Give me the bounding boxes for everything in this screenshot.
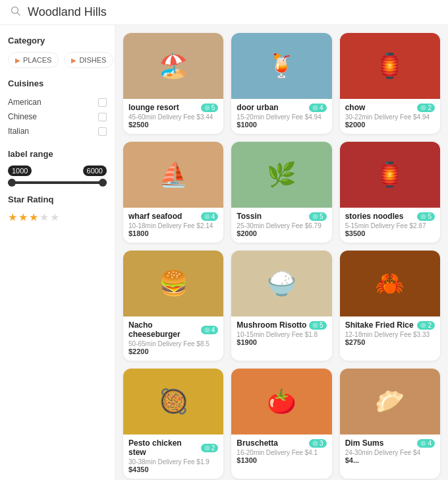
range-thumb-right[interactable] — [99, 179, 107, 187]
card-image: 🍹 — [231, 33, 331, 99]
cuisine-american-label: American — [8, 98, 42, 107]
cuisine-italian-label: Italian — [8, 127, 29, 136]
stars[interactable]: ★ ★ ★ ★ ★ — [8, 211, 107, 224]
card-image: 🍔 — [123, 251, 223, 316]
star-3[interactable]: ★ — [29, 211, 38, 224]
card-body: Shitake Fried Rice 212-18min Delivery Fe… — [340, 316, 440, 351]
card-meta: 24-30min Delivery Fee $4 — [345, 449, 435, 456]
svg-line-1 — [18, 13, 20, 15]
category-buttons: ▶ PLACES ▶ DISHES — [8, 52, 107, 68]
range-track[interactable] — [8, 181, 107, 184]
star-1[interactable]: ★ — [8, 211, 17, 224]
cuisine-american-checkbox[interactable] — [98, 98, 107, 107]
card-badge: 3 — [309, 439, 327, 448]
cuisine-list: American Chinese Italian — [8, 95, 107, 138]
card-badge: 2 — [417, 321, 435, 330]
card-body: stories noodles 55-15min Delivery Fee $2… — [340, 208, 440, 243]
card-body: door urban 415-20min Delivery Fee $4.94$… — [231, 99, 331, 134]
card-badge: 4 — [417, 439, 435, 448]
search-icon[interactable] — [11, 6, 21, 19]
card-badge: 5 — [201, 104, 219, 112]
card-name-row: Pesto chicken stew 2 — [128, 438, 218, 457]
card-badge: 5 — [309, 212, 327, 221]
places-label: PLACES — [23, 56, 51, 64]
card-name: lounge resort — [128, 103, 179, 112]
card-image: 🌿 — [231, 142, 331, 208]
svg-point-3 — [313, 105, 318, 110]
card-name-row: Dim Sums 4 — [345, 438, 435, 448]
card-meta: 25-30min Delivery Fee $6.79 — [237, 222, 326, 229]
food-grid: 🏖️lounge resort 545-60min Delivery Fee $… — [123, 33, 440, 479]
card-price: $2200 — [128, 347, 218, 355]
food-card[interactable]: 🏮chow 230-22min Delivery Fee $4.94$2000 — [340, 33, 440, 134]
food-card[interactable]: 🦀Shitake Fried Rice 212-18min Delivery F… — [340, 251, 440, 361]
card-name: chow — [345, 103, 366, 112]
star-rating-section: Star Ratinq ★ ★ ★ ★ ★ — [8, 195, 107, 224]
star-4[interactable]: ★ — [40, 211, 49, 224]
food-card[interactable]: 🍔Nacho cheeseburger 450-65min Delivery F… — [123, 251, 223, 361]
svg-point-12 — [313, 440, 318, 446]
places-flag-icon: ▶ — [15, 57, 20, 64]
card-body: Pesto chicken stew 230-38min Delivery Fe… — [123, 435, 223, 479]
card-name-row: Tossin 5 — [237, 212, 326, 221]
card-price: $3500 — [345, 229, 435, 237]
cuisine-american[interactable]: American — [8, 95, 107, 109]
card-name: Nacho cheeseburger — [128, 320, 201, 339]
card-image: 🏖️ — [123, 33, 223, 99]
card-meta: 10-15min Delivery Fee $1.8 — [237, 331, 326, 338]
main-layout: Category ▶ PLACES ▶ DISHES Cuisines Amer… — [0, 25, 448, 480]
cuisines-label: Cuisines — [8, 78, 107, 88]
range-thumb-left[interactable] — [8, 179, 16, 187]
food-card[interactable]: 🍹door urban 415-20min Delivery Fee $4.94… — [231, 33, 331, 134]
places-button[interactable]: ▶ PLACES — [8, 52, 59, 68]
card-name: Mushroom Risotto — [237, 320, 306, 330]
card-price: $4... — [345, 456, 435, 464]
food-card[interactable]: 🥘Pesto chicken stew 230-38min Delivery F… — [123, 369, 223, 479]
food-card[interactable]: ⛵wharf seafood 410-18min Delivery Fee $2… — [123, 142, 223, 243]
card-meta: 45-60min Delivery Fee $3.44 — [128, 113, 218, 121]
card-name: door urban — [237, 103, 278, 112]
card-price: $2000 — [237, 229, 326, 237]
food-card[interactable]: 🍅Bruschetta 316-20min Delivery Fee $4.1$… — [231, 369, 331, 479]
card-badge: 2 — [201, 444, 219, 452]
card-meta: 30-22min Delivery Fee $4.94 — [345, 113, 435, 121]
label-range-section: label range 1000 6000 — [8, 149, 107, 184]
food-card[interactable]: 🏮stories noodles 55-15min Delivery Fee $… — [340, 142, 440, 243]
card-meta: 15-20min Delivery Fee $4.94 — [237, 113, 326, 121]
card-meta: 12-18min Delivery Fee $3.33 — [345, 331, 435, 338]
cuisine-italian[interactable]: Italian — [8, 124, 107, 138]
card-badge: 4 — [201, 212, 219, 221]
food-card[interactable]: 🍚Mushroom Risotto 510-15min Delivery Fee… — [231, 251, 331, 361]
category-label: Category — [8, 36, 107, 45]
dishes-label: DISHES — [79, 56, 106, 64]
card-image: 🍅 — [231, 369, 331, 435]
dishes-button[interactable]: ▶ DISHES — [64, 52, 113, 68]
card-meta: 30-38min Delivery Fee $1.9 — [128, 458, 218, 465]
card-image: 🥘 — [123, 369, 223, 435]
cuisine-chinese-label: Chinese — [8, 112, 37, 121]
cuisine-chinese-checkbox[interactable] — [98, 113, 107, 121]
star-2[interactable]: ★ — [18, 211, 28, 224]
card-price: $4350 — [128, 465, 218, 473]
content-area: 🏖️lounge resort 545-60min Delivery Fee $… — [115, 25, 448, 480]
card-meta: 16-20min Delivery Fee $4.1 — [237, 449, 326, 456]
card-name-row: Shitake Fried Rice 2 — [345, 320, 435, 330]
svg-point-11 — [204, 445, 210, 450]
card-price: $2000 — [345, 121, 435, 129]
card-body: Nacho cheeseburger 450-65min Delivery Fe… — [123, 316, 223, 361]
card-body: Dim Sums 424-30min Delivery Fee $4$4... — [340, 435, 440, 469]
card-image: 🍚 — [231, 251, 331, 316]
card-name-row: lounge resort 5 — [128, 103, 218, 112]
food-card[interactable]: 🥟Dim Sums 424-30min Delivery Fee $4$4... — [340, 369, 440, 479]
star-5[interactable]: ★ — [50, 211, 59, 224]
food-card[interactable]: 🌿Tossin 525-30min Delivery Fee $6.79$200… — [231, 142, 331, 243]
range-max-label: 6000 — [83, 165, 107, 176]
range-fill — [8, 181, 107, 184]
card-price: $1900 — [237, 338, 326, 346]
svg-point-2 — [204, 105, 210, 110]
cuisine-chinese[interactable]: Chinese — [8, 109, 107, 124]
range-labels: 1000 6000 — [8, 165, 107, 176]
card-price: $1300 — [237, 456, 326, 464]
cuisine-italian-checkbox[interactable] — [98, 127, 107, 136]
food-card[interactable]: 🏖️lounge resort 545-60min Delivery Fee $… — [123, 33, 223, 134]
